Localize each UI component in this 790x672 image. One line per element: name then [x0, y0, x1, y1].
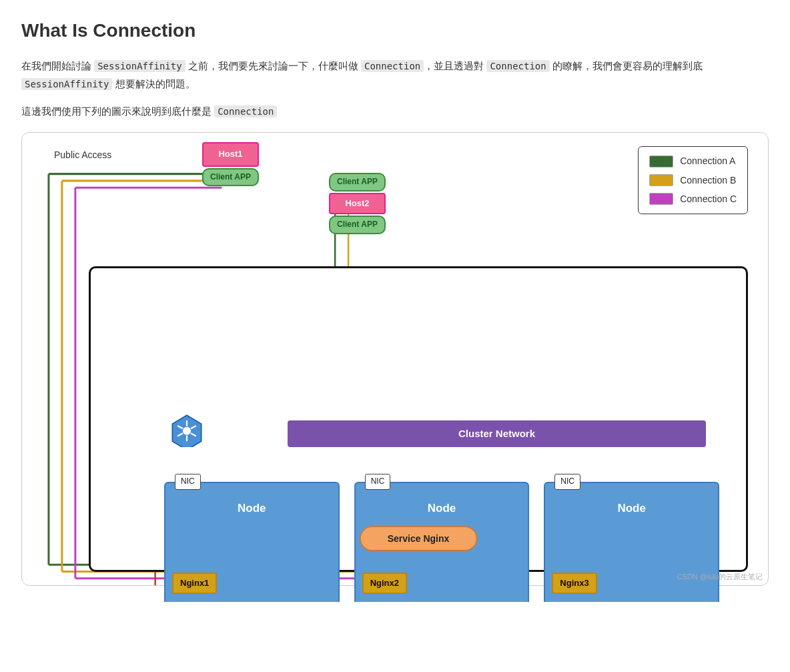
host1-group: Host1 Client APP [202, 142, 259, 186]
cluster-network-bar: Cluster Network [288, 420, 706, 447]
intro-paragraph-1: 在我們開始討論 SessionAffinity 之前，我們要先來討論一下，什麼叫… [21, 57, 769, 93]
public-access-label: Public Access [54, 147, 111, 162]
legend: Connection A Connection B Connection C [638, 146, 748, 214]
host2-client-bot: Client APP [329, 216, 386, 234]
legend-item-a: Connection A [649, 153, 737, 168]
legend-label-c: Connection C [680, 192, 737, 206]
node-1: NIC Node Nginx1 123.234.12.34 [164, 482, 340, 602]
node-label-1: Node [172, 499, 332, 517]
host2-client-top: Client APP [329, 173, 386, 191]
nic-label-2: NIC [365, 474, 391, 489]
host1-client-app: Client APP [202, 168, 259, 186]
legend-item-b: Connection B [649, 173, 737, 188]
legend-color-b [649, 174, 673, 186]
legend-label-a: Connection A [680, 153, 735, 168]
nic-label-1: NIC [175, 474, 201, 489]
nginx3-box: Nginx3 [552, 573, 597, 595]
host2-group: Client APP Host2 Client APP [329, 173, 386, 234]
service-nginx: Service Nginx [360, 526, 478, 551]
legend-label-b: Connection B [680, 173, 736, 188]
node-label-3: Node [552, 499, 711, 517]
host1-box: Host1 [202, 142, 259, 167]
intro-paragraph-2: 這邊我們使用下列的圖示來說明到底什麼是 Connection [21, 102, 769, 120]
watermark: CSDN @lulu的云原生笔记 [677, 571, 763, 583]
node-label-2: Node [362, 499, 522, 517]
host2-box: Host2 [329, 193, 386, 215]
nginx2-box: Nginx2 [362, 573, 407, 595]
k8s-logo [169, 412, 204, 447]
node-3: NIC Node Nginx3 172.17.8.102 [544, 482, 719, 602]
nginx1-box: Nginx1 [172, 573, 217, 595]
k8s-cluster-box: Cluster Network NIC Node Nginx1 123.234.… [89, 266, 748, 572]
legend-item-c: Connection C [649, 192, 737, 206]
diagram: Public Access Host1 Client APP Client AP… [21, 132, 769, 586]
svg-point-21 [183, 427, 191, 435]
legend-color-a [649, 155, 673, 167]
page-title: What Is Connection [21, 16, 769, 46]
nic-label-3: NIC [554, 474, 580, 489]
legend-color-c [649, 193, 673, 205]
